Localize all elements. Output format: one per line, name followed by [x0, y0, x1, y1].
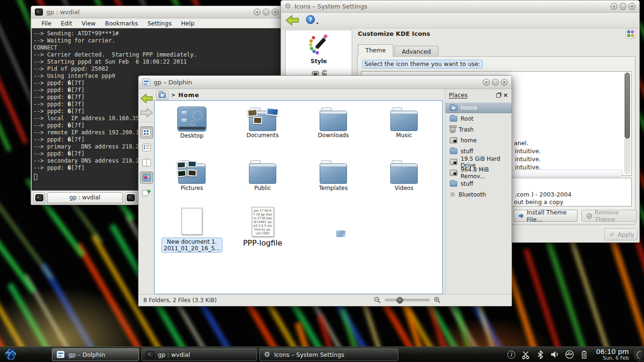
style-icon [308, 34, 330, 55]
zoom-slider-handle[interactable] [396, 297, 403, 304]
icons-view-button[interactable] [140, 126, 153, 139]
install-theme-file-label: Install Theme File... [527, 209, 572, 223]
klipper-scissors-icon[interactable] [520, 349, 531, 360]
volume-icon[interactable] [550, 349, 560, 360]
place-home[interactable]: Home [446, 102, 512, 113]
float-panel-icon[interactable] [496, 93, 501, 98]
maximize-button[interactable]: ○ [492, 79, 499, 86]
forward-button[interactable] [140, 107, 153, 118]
preview-toggle-button[interactable] [140, 172, 153, 184]
konsole-titlebar[interactable]: >_ gp : wvdial ▾ ○ × [31, 6, 282, 18]
columns-view-icon [142, 159, 151, 166]
theme-description-line: .com ) - 2003-2004 [515, 191, 571, 198]
menu-edit[interactable]: Edit [57, 19, 76, 27]
apply-button[interactable]: ✔ Apply [604, 228, 637, 240]
overview-button[interactable] [626, 29, 636, 39]
sidebar-item-style[interactable]: Style [286, 30, 352, 65]
back-button[interactable] [140, 93, 153, 104]
folder-item-public[interactable]: Public [228, 156, 297, 209]
desktop: >_ gp : wvdial ▾ ○ × File Edit View Book… [0, 0, 644, 362]
place-label: Trash [459, 126, 474, 133]
remove-theme-button[interactable]: Remove Theme [581, 210, 637, 222]
zoom-in-icon[interactable] [434, 296, 441, 304]
bluetooth-icon[interactable] [535, 349, 545, 360]
details-view-button[interactable] [140, 141, 153, 154]
help-button[interactable]: ? ▾ [306, 15, 318, 25]
system-settings-titlebar[interactable]: ⚙ Icons – System Settings ▾ ○ × [281, 0, 639, 13]
task-system-settings[interactable]: ⚙ Icons – System Settings [259, 348, 398, 361]
file-item-ppp-logfile[interactable]: Jan 17 09:47:18 gp-Aspire-5738 pppd[1946… [228, 207, 297, 253]
split-view-button[interactable] [140, 187, 153, 199]
minimize-button[interactable]: ▾ [611, 3, 618, 10]
folder-icon [390, 160, 418, 184]
folder-item-videos[interactable]: Videos [370, 156, 438, 209]
folder-item-music[interactable]: Music [370, 104, 438, 156]
place-root[interactable]: Root [446, 113, 512, 124]
zoom-slider[interactable] [385, 299, 430, 301]
gear-icon: ⚙ [264, 351, 270, 358]
folder-item-templates[interactable]: Templates [299, 156, 368, 209]
folder-label: Desktop [157, 132, 226, 139]
zoom-out-icon[interactable] [374, 296, 381, 304]
new-tab-button[interactable]: >_ [33, 192, 45, 203]
removable-drive-icon [450, 170, 457, 176]
install-theme-file-button[interactable]: Install Theme File... [513, 210, 578, 222]
folder-label: Videos [370, 185, 438, 191]
tab-advanced[interactable]: Advanced [394, 46, 438, 57]
app-launcher-button[interactable] [0, 348, 21, 361]
panel-cashew-icon[interactable] [634, 347, 644, 362]
battery-icon[interactable] [579, 349, 589, 360]
scrollbar-thumb[interactable] [625, 73, 630, 139]
remove-theme-label: Remove Theme [595, 209, 632, 223]
konsole-tab[interactable]: gp : wvdial [47, 192, 123, 203]
folder-item-pictures[interactable]: Pictures [157, 156, 226, 209]
menu-bookmarks[interactable]: Bookmarks [101, 19, 142, 27]
settings-tabs: Theme Advanced [358, 44, 439, 57]
folder-view[interactable]: Desktop Documents Downloads [154, 100, 443, 294]
folder-item-documents[interactable]: Documents [228, 104, 297, 156]
dot [631, 30, 634, 33]
breadcrumb-home-button[interactable] [156, 90, 168, 100]
menu-settings[interactable]: Settings [143, 19, 176, 27]
folder-icon [450, 148, 457, 154]
usb-device-icon[interactable] [564, 349, 575, 360]
desktop-folder-icon [177, 107, 206, 132]
minimize-button[interactable]: ▾ [483, 79, 490, 86]
menu-help[interactable]: Help [177, 19, 199, 27]
columns-view-button[interactable] [140, 156, 153, 169]
close-button[interactable]: × [272, 8, 279, 16]
new-tab-button-right[interactable]: >_ [125, 192, 136, 203]
folder-item-downloads[interactable]: Downloads [299, 104, 368, 156]
konsole-app-icon: >_ [35, 8, 43, 16]
menu-view[interactable]: View [77, 19, 100, 27]
place-trash[interactable]: Trash [446, 124, 512, 135]
maximize-button[interactable]: ○ [619, 3, 627, 10]
hard-drive-icon [450, 137, 457, 143]
maximize-button[interactable]: ○ [263, 8, 270, 16]
place-stuff-2[interactable]: stuff [446, 178, 512, 189]
close-panel-icon[interactable]: × [503, 93, 508, 98]
back-arrow-icon[interactable] [285, 15, 299, 26]
place-bluetooth[interactable]: ⚙ Bluetooth [446, 189, 512, 200]
hard-drive-icon [450, 159, 457, 165]
close-button[interactable]: × [628, 3, 636, 10]
task-dolphin[interactable]: gp – Dolphin [52, 348, 139, 361]
menu-file[interactable]: File [37, 19, 56, 27]
info-icon[interactable]: i [506, 349, 516, 360]
dolphin-app-icon [142, 79, 150, 86]
place-removable[interactable]: 964.8 MiB Remov... [446, 167, 512, 178]
minimize-button[interactable]: ▾ [254, 8, 261, 16]
dolphin-titlebar[interactable]: gp – Dolphin ▾ ○ × [139, 76, 512, 89]
place-home-partition[interactable]: home [446, 135, 512, 146]
task-wvdial[interactable]: >_ gp : wvdial [141, 348, 257, 361]
task-label: gp : wvdial [158, 351, 190, 358]
folder-label: Public [228, 185, 297, 191]
breadcrumb-home[interactable]: Home [178, 91, 199, 99]
close-button[interactable]: × [501, 79, 508, 86]
digital-clock[interactable]: 06:10 pm Sun, 6 Feb [596, 348, 629, 361]
folder-item-desktop[interactable]: Desktop [157, 104, 226, 156]
tab-theme[interactable]: Theme [358, 44, 393, 57]
file-item-new-document[interactable]: New document 1. 2011_01_20_16_5... [157, 207, 226, 253]
place-label: Root [461, 115, 473, 122]
scrollbar[interactable] [624, 73, 630, 174]
